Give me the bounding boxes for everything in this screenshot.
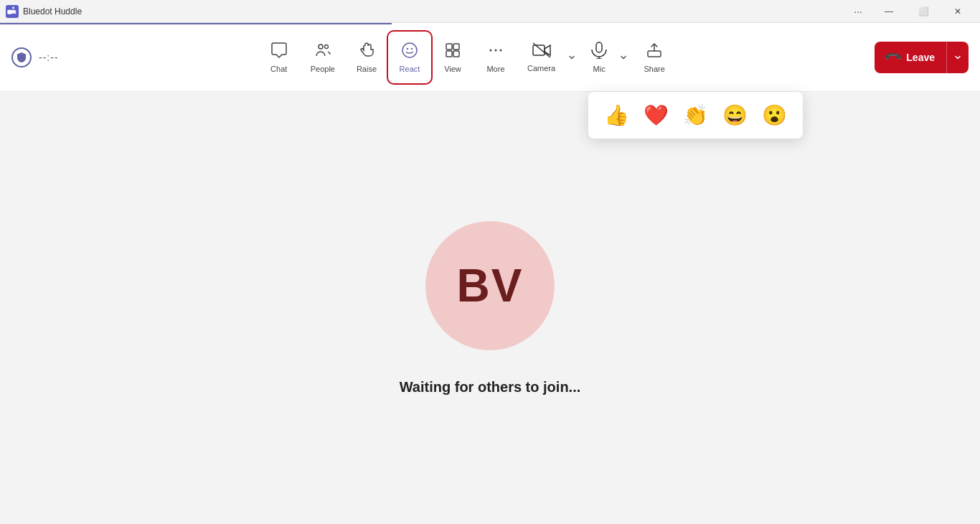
camera-group: Camera <box>517 32 581 83</box>
react-icon <box>401 42 418 62</box>
avatar: BV <box>425 221 555 350</box>
svg-point-4 <box>402 43 417 57</box>
svg-point-2 <box>319 45 323 49</box>
svg-rect-10 <box>453 51 459 57</box>
svg-rect-19 <box>648 51 661 57</box>
view-icon <box>444 42 461 62</box>
toolbar-right: 📞 Leave <box>875 42 969 73</box>
svg-point-5 <box>407 47 408 49</box>
camera-icon <box>532 42 551 61</box>
more-label: More <box>486 65 504 73</box>
share-icon <box>646 42 663 62</box>
more-button[interactable]: More <box>474 32 517 83</box>
leave-chevron-button[interactable] <box>946 42 969 73</box>
raise-button[interactable]: Raise <box>345 32 388 83</box>
svg-rect-9 <box>446 51 452 57</box>
shield-icon <box>11 47 32 67</box>
raise-label: Raise <box>357 65 377 73</box>
svg-rect-16 <box>596 42 602 52</box>
svg-rect-8 <box>453 44 459 50</box>
svg-point-6 <box>411 47 413 49</box>
view-label: View <box>444 65 461 73</box>
maximize-button[interactable]: ⬜ <box>907 0 940 23</box>
mic-group: Mic <box>581 32 633 83</box>
svg-rect-7 <box>446 44 452 50</box>
more-icon <box>487 42 504 62</box>
title-bar-more-icon: ··· <box>854 6 862 17</box>
view-button[interactable]: View <box>431 32 474 83</box>
mic-icon <box>591 42 607 62</box>
call-timer: --:-- <box>39 52 59 63</box>
svg-point-13 <box>499 49 501 51</box>
mic-chevron-button[interactable] <box>614 32 633 83</box>
emoji-popup: 👍 ❤️ 👏 😄 😮 <box>588 92 803 139</box>
svg-rect-14 <box>533 45 545 55</box>
close-button[interactable]: ✕ <box>941 0 974 23</box>
share-button[interactable]: Share <box>633 32 676 83</box>
avatar-initials: BV <box>457 259 524 312</box>
react-button[interactable]: React <box>388 32 431 83</box>
leave-label: Leave <box>906 52 935 63</box>
minimize-button[interactable]: — <box>872 0 905 23</box>
heart-emoji[interactable]: ❤️ <box>639 100 673 130</box>
title-bar: Bluedot Huddle ··· — ⬜ ✕ <box>0 0 980 23</box>
app-title: Bluedot Huddle <box>23 6 82 17</box>
camera-button[interactable]: Camera <box>517 32 562 83</box>
teams-logo-icon <box>6 5 19 18</box>
svg-point-3 <box>324 45 328 48</box>
leave-main-button[interactable]: 📞 Leave <box>875 42 946 73</box>
camera-label: Camera <box>527 64 555 72</box>
chat-label: Chat <box>270 65 287 73</box>
title-bar-controls: ··· — ⬜ ✕ <box>854 0 974 23</box>
react-label: React <box>400 65 420 73</box>
title-bar-left: Bluedot Huddle <box>6 5 82 18</box>
camera-chevron-button[interactable] <box>562 32 581 83</box>
svg-rect-1 <box>7 9 11 14</box>
toolbar-center: Chat People Raise <box>59 32 875 83</box>
main-content: BV Waiting for others to join... <box>0 92 980 524</box>
clap-emoji[interactable]: 👏 <box>679 100 712 130</box>
people-icon <box>314 42 331 62</box>
chat-button[interactable]: Chat <box>258 32 301 83</box>
mic-button[interactable]: Mic <box>581 32 614 83</box>
people-button[interactable]: People <box>301 32 345 83</box>
waiting-text: Waiting for others to join... <box>400 379 581 396</box>
svg-point-11 <box>489 49 491 51</box>
toolbar-left: --:-- <box>11 47 59 67</box>
people-label: People <box>311 65 335 73</box>
leave-button-group: 📞 Leave <box>875 42 969 73</box>
phone-icon: 📞 <box>884 47 904 67</box>
raise-icon <box>358 42 375 62</box>
svg-point-12 <box>494 49 496 51</box>
thumbs-up-emoji[interactable]: 👍 <box>600 100 633 130</box>
toolbar: --:-- Chat People <box>0 23 980 92</box>
wow-emoji[interactable]: 😮 <box>758 100 791 130</box>
laugh-emoji[interactable]: 😄 <box>718 100 752 130</box>
chat-icon <box>270 42 288 62</box>
share-label: Share <box>644 65 664 73</box>
mic-label: Mic <box>593 65 606 73</box>
loading-bar <box>0 23 392 24</box>
